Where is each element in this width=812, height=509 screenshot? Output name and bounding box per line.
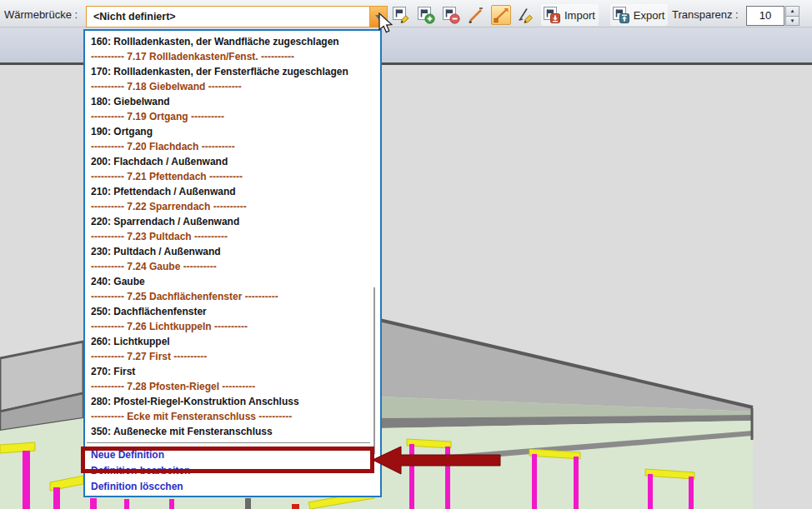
list-item[interactable]: ---------- 7.21 Pfettendach ---------- [85, 169, 380, 184]
list-item[interactable]: 160: Rollladenkasten, der Wandfläche zug… [85, 34, 380, 49]
action-definition-bearbeiten[interactable]: Definition bearbeiten [85, 463, 380, 479]
window-frame [689, 477, 694, 509]
wall-left [0, 418, 83, 509]
list-item[interactable]: 260: Lichtkuppel [85, 334, 380, 349]
list-item[interactable]: ---------- 7.23 Pultdach ---------- [85, 229, 380, 244]
list-item-label: 350: Außenecke mit Fensteranschluss [91, 426, 273, 437]
list-item[interactable]: 190: Ortgang [85, 124, 380, 139]
line-tool-button[interactable] [466, 5, 486, 25]
dropdown-arrow-icon [375, 15, 382, 19]
list-item[interactable]: 180: Giebelwand [85, 94, 380, 109]
list-item-label: ---------- Ecke mit Fensteranschluss ---… [91, 411, 292, 422]
list-item[interactable]: ---------- 7.26 Lichtkuppeln ---------- [85, 319, 380, 334]
list-divider [87, 442, 370, 443]
warmebruecke-combobox[interactable]: <Nicht definiert> [86, 6, 388, 27]
flag-add-icon [417, 6, 435, 24]
list-item-label: 190: Ortgang [91, 126, 153, 137]
spinner-down-button[interactable]: ▼ [785, 17, 799, 27]
import-button[interactable]: Import [541, 4, 599, 26]
list-item-label: ---------- 7.17 Rollladenkasten/Fenst. -… [91, 51, 294, 62]
window-frame [169, 499, 174, 509]
line-edit-icon [517, 6, 535, 24]
combobox-dropdown-button[interactable] [369, 7, 387, 27]
window-frame [90, 498, 97, 509]
window-frame-left [23, 451, 30, 509]
flag-edit-button[interactable] [391, 5, 411, 25]
window-frame [574, 457, 579, 509]
list-item[interactable]: ---------- Ecke mit Fensteranschluss ---… [85, 409, 380, 424]
list-item[interactable]: ---------- 7.25 Dachflächenfenster -----… [85, 289, 380, 304]
flag-edit-icon [392, 6, 410, 24]
list-item[interactable]: ---------- 7.19 Ortgang ---------- [85, 109, 380, 124]
list-item[interactable]: 170: Rollladenkasten, der Fensterfläche … [85, 64, 380, 79]
list-item[interactable]: ---------- 7.24 Gaube ---------- [85, 259, 380, 274]
list-item-label: 240: Gaube [91, 276, 145, 287]
list-item-label: ---------- 7.21 Pfettendach ---------- [91, 171, 243, 182]
list-item[interactable]: 280: Pfostel-Riegel-Konstruktion Anschlu… [85, 394, 380, 409]
list-item-label: ---------- 7.23 Pultdach ---------- [91, 231, 228, 242]
wall-right [379, 421, 753, 509]
list-item-label: 200: Flachdach / Außenwand [91, 156, 228, 167]
list-item[interactable]: ---------- 7.20 Flachdach ---------- [85, 139, 380, 154]
list-item-label: ---------- 7.19 Ortgang ---------- [91, 111, 224, 122]
list-item[interactable]: ---------- 7.18 Giebelwand ---------- [85, 79, 380, 94]
combobox-value: <Nicht definiert> [87, 11, 369, 22]
list-item-label: ---------- 7.25 Dachflächenfenster -----… [91, 291, 278, 302]
list-item-label: 250: Dachflächenfenster [91, 306, 207, 317]
list-item-label: 160: Rollladenkasten, der Wandfläche zug… [91, 36, 339, 47]
app-window: Wärmebrücke : <Nicht definiert> [0, 0, 812, 509]
list-item[interactable]: 220: Sparrendach / Außenwand [85, 214, 380, 229]
list-item[interactable]: ---------- 7.27 First ---------- [85, 349, 380, 364]
window-frame [445, 447, 450, 509]
list-item[interactable]: 240: Gaube [85, 274, 380, 289]
polyline-tool-icon [492, 6, 510, 24]
list-item[interactable]: ---------- 7.17 Rollladenkasten/Fenst. -… [85, 49, 380, 64]
list-item-label: ---------- 7.20 Flachdach ---------- [91, 141, 235, 152]
main-toolbar: Wärmebrücke : <Nicht definiert> [0, 0, 812, 27]
list-item-label: ---------- 7.27 First ---------- [91, 351, 207, 362]
line-tool-icon [467, 6, 485, 24]
list-item[interactable]: 250: Dachflächenfenster [85, 304, 380, 319]
marker-red [292, 504, 299, 509]
list-item-label: 180: Giebelwand [91, 96, 170, 107]
list-item-label: ---------- 7.26 Lichtkuppeln ---------- [91, 321, 248, 332]
list-item[interactable]: 270: First [85, 364, 380, 379]
list-item-label: ---------- 7.22 Sparrendach ---------- [91, 201, 247, 212]
line-edit-button[interactable] [516, 5, 536, 25]
window-frame-left-2 [53, 487, 60, 509]
list-item[interactable]: 230: Pultdach / Außenwand [85, 244, 380, 259]
warmebruecke-dropdown-list: 160: Rollladenkasten, der Wandfläche zug… [85, 34, 380, 439]
dropdown-scrollbar[interactable] [373, 287, 375, 454]
transparency-label: Transparenz : [672, 8, 739, 21]
export-button[interactable]: Export [610, 4, 669, 26]
list-item-label: 210: Pfettendach / Außenwand [91, 186, 236, 197]
window-frame [124, 499, 129, 509]
list-item[interactable]: 200: Flachdach / Außenwand [85, 154, 380, 169]
list-item-label: 170: Rollladenkasten, der Fensterfläche … [91, 66, 348, 77]
warmebruecke-label: Wärmebrücke : [4, 8, 78, 21]
transparency-input[interactable]: 10 [746, 6, 784, 26]
list-item-label: ---------- 7.18 Giebelwand ---------- [91, 81, 242, 92]
list-item-label: ---------- 7.28 Pfosten-Riegel ---------… [91, 381, 255, 392]
list-item-label: 260: Lichtkuppel [91, 336, 170, 347]
action-neue-definition[interactable]: Neue Definition [85, 447, 380, 463]
list-item-label: 230: Pultdach / Außenwand [91, 246, 221, 257]
window-frame [648, 474, 653, 509]
window-frame [532, 454, 537, 509]
list-item[interactable]: 350: Außenecke mit Fensteranschluss [85, 424, 380, 439]
post-edge [245, 498, 251, 509]
export-label: Export [634, 9, 665, 22]
list-item-label: 280: Pfostel-Riegel-Konstruktion Anschlu… [91, 396, 299, 407]
flag-add-button[interactable] [416, 5, 436, 25]
list-item-label: 220: Sparrendach / Außenwand [91, 216, 239, 227]
list-item[interactable]: ---------- 7.28 Pfosten-Riegel ---------… [85, 379, 380, 394]
polyline-tool-button-active[interactable] [491, 5, 511, 25]
list-item-label: ---------- 7.24 Gaube ---------- [91, 261, 217, 272]
flag-remove-button[interactable] [441, 5, 461, 25]
list-item[interactable]: ---------- 7.22 Sparrendach ---------- [85, 199, 380, 214]
warmebruecke-dropdown-panel: 160: Rollladenkasten, der Wandfläche zug… [83, 29, 382, 497]
action-definition-loeschen[interactable]: Definition löscchen [85, 479, 380, 495]
list-item[interactable]: 210: Pfettendach / Außenwand [85, 184, 380, 199]
spinner-up-button[interactable]: ▲ [785, 6, 799, 17]
window-frame [409, 444, 414, 509]
